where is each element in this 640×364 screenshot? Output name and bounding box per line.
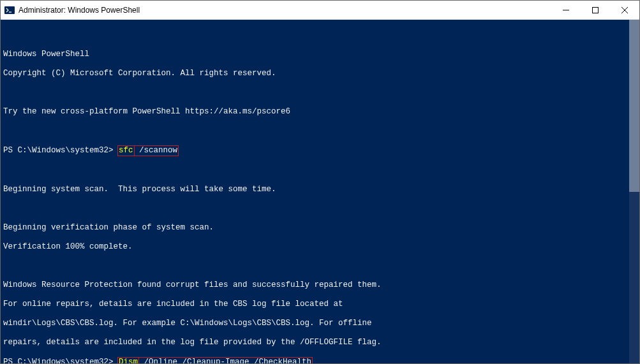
powershell-icon bbox=[4, 5, 15, 15]
scrollbar-thumb[interactable] bbox=[629, 20, 639, 192]
terminal-prompt-line: PS C:\Windows\system32> sfc /scannow bbox=[3, 145, 627, 156]
terminal-line: repairs, details are included in the log… bbox=[3, 338, 627, 347]
command-exe: Dism bbox=[117, 357, 139, 363]
command-args: /Online /Cleanup-Image /CheckHealth bbox=[139, 357, 313, 363]
command-exe: sfc bbox=[117, 145, 135, 156]
terminal-prompt-line: PS C:\Windows\system32> Dism /Online /Cl… bbox=[3, 357, 627, 363]
window-titlebar: Administrator: Windows PowerShell bbox=[1, 1, 639, 20]
terminal-line: Copyright (C) Microsoft Corporation. All… bbox=[3, 69, 627, 78]
terminal-line: Windows Resource Protection found corrup… bbox=[3, 280, 627, 290]
command-highlight-box: sfc /scannow bbox=[118, 145, 179, 156]
svg-rect-0 bbox=[4, 6, 15, 14]
prompt-text: PS C:\Windows\system32> bbox=[3, 358, 118, 363]
svg-rect-3 bbox=[593, 7, 599, 13]
terminal-line: windir\Logs\CBS\CBS.log. For example C:\… bbox=[3, 319, 627, 328]
terminal-area[interactable]: Windows PowerShell Copyright (C) Microso… bbox=[1, 20, 639, 363]
prompt-text: PS C:\Windows\system32> bbox=[3, 146, 118, 155]
minimize-button[interactable] bbox=[551, 1, 581, 19]
vertical-scrollbar[interactable] bbox=[629, 20, 639, 363]
window-controls bbox=[551, 1, 639, 19]
terminal-line: Beginning verification phase of system s… bbox=[3, 223, 627, 233]
terminal-line: For online repairs, details are included… bbox=[3, 300, 627, 309]
window-title: Administrator: Windows PowerShell bbox=[19, 6, 551, 15]
terminal-line: Try the new cross-platform PowerShell ht… bbox=[3, 107, 627, 117]
maximize-button[interactable] bbox=[581, 1, 610, 19]
terminal-line: Verification 100% complete. bbox=[3, 242, 627, 252]
terminal-line: Windows PowerShell bbox=[3, 50, 627, 59]
command-highlight-box: Dism /Online /Cleanup-Image /CheckHealth bbox=[118, 357, 313, 363]
terminal-line: Beginning system scan. This process will… bbox=[3, 185, 627, 194]
close-button[interactable] bbox=[610, 1, 639, 19]
command-args: /scannow bbox=[135, 145, 179, 156]
